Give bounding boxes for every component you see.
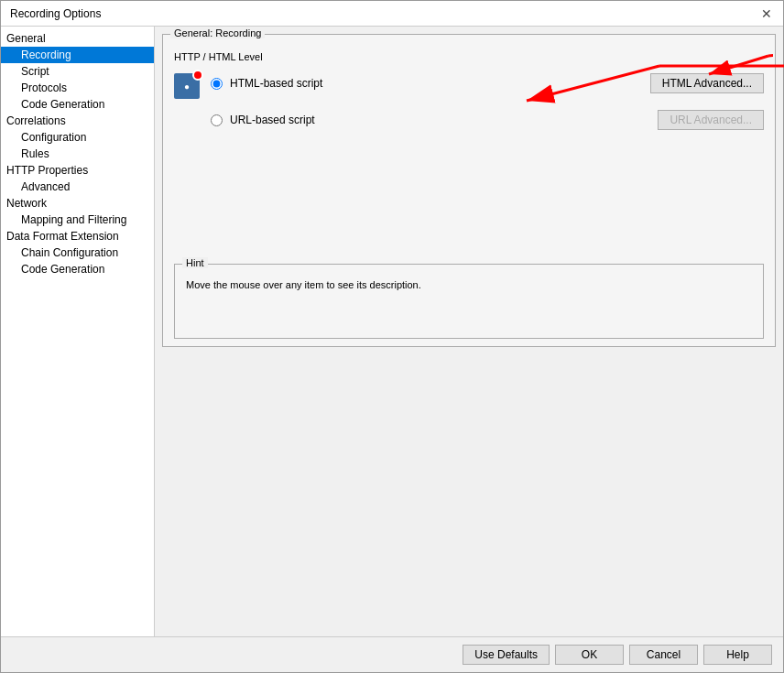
html-based-radio[interactable]: [211, 78, 223, 90]
window-body: General Recording Script Protocols Code …: [1, 27, 783, 672]
url-based-label: URL-based script: [230, 114, 650, 126]
html-based-label: HTML-based script: [230, 77, 643, 90]
content-area: General: Recording HTTP / HTML Level ●: [155, 27, 783, 636]
sidebar-item-network[interactable]: Network: [1, 195, 154, 212]
sidebar-item-http-properties[interactable]: HTTP Properties: [1, 162, 154, 179]
http-level-label: HTTP / HTML Level: [174, 51, 764, 62]
sidebar-item-chain-configuration[interactable]: Chain Configuration: [1, 244, 154, 261]
sidebar-item-script[interactable]: Script: [1, 63, 154, 80]
sidebar-item-data-format-extension[interactable]: Data Format Extension: [1, 228, 154, 244]
sidebar-item-configuration[interactable]: Configuration: [1, 129, 154, 146]
main-area: General Recording Script Protocols Code …: [1, 27, 783, 636]
url-based-radio-row: URL-based script URL Advanced...: [211, 106, 764, 134]
sidebar-item-rules[interactable]: Rules: [1, 146, 154, 162]
cancel-button[interactable]: Cancel: [629, 645, 698, 665]
main-window: Recording Options ✕ General Recording Sc…: [0, 0, 784, 673]
general-recording-group: General: Recording HTTP / HTML Level ●: [162, 34, 776, 347]
hint-box: Hint Move the mouse over any item to see…: [174, 264, 764, 339]
recording-icon: ●: [174, 73, 203, 103]
sidebar-item-advanced[interactable]: Advanced: [1, 179, 154, 195]
sidebar-item-code-generation2[interactable]: Code Generation: [1, 261, 154, 277]
sidebar-item-protocols[interactable]: Protocols: [1, 80, 154, 96]
html-based-radio-row: HTML-based script HTML Advanced...: [211, 70, 764, 97]
group-box-title: General: Recording: [170, 27, 265, 38]
sidebar-item-code-generation[interactable]: Code Generation: [1, 96, 154, 113]
html-based-row-container: HTML-based script HTML Advanced...: [211, 70, 764, 97]
http-level-section: HTTP / HTML Level ●: [174, 51, 764, 143]
close-button[interactable]: ✕: [759, 6, 774, 21]
help-button[interactable]: Help: [703, 645, 772, 665]
icon-graphic: ●: [174, 73, 200, 99]
red-circle-icon: [192, 70, 203, 81]
svg-line-2: [768, 51, 773, 56]
ok-button[interactable]: OK: [555, 645, 624, 665]
sidebar: General Recording Script Protocols Code …: [1, 27, 155, 636]
title-bar: Recording Options ✕: [1, 1, 783, 27]
url-advanced-button[interactable]: URL Advanced...: [658, 110, 764, 130]
window-title: Recording Options: [10, 7, 101, 20]
radio-section: HTML-based script HTML Advanced...: [211, 70, 764, 143]
bottom-bar: Use Defaults OK Cancel Help: [1, 636, 783, 672]
url-based-radio[interactable]: [211, 114, 223, 126]
sidebar-item-correlations[interactable]: Correlations: [1, 113, 154, 129]
hint-content: Move the mouse over any item to see its …: [175, 265, 763, 338]
sidebar-item-general[interactable]: General: [1, 30, 154, 47]
spacer: [174, 143, 764, 253]
html-advanced-button[interactable]: HTML Advanced...: [650, 73, 764, 93]
use-defaults-button[interactable]: Use Defaults: [463, 645, 550, 665]
hint-title: Hint: [182, 257, 208, 268]
sidebar-item-mapping-filtering[interactable]: Mapping and Filtering: [1, 212, 154, 228]
sidebar-item-recording[interactable]: Recording: [1, 47, 154, 63]
